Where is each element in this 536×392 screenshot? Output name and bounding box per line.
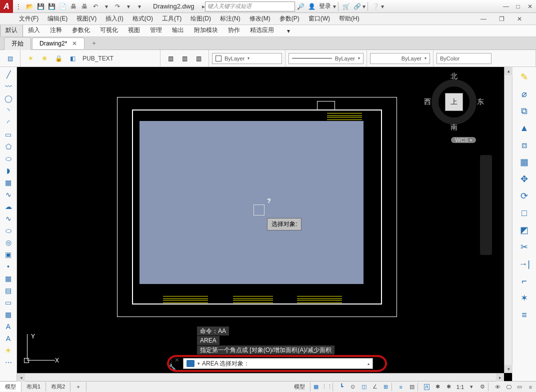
saveall-icon[interactable]: 💾 — [46, 1, 57, 12]
menu-file[interactable]: 文件(F) — [19, 14, 38, 23]
copy-icon[interactable]: ⧉ — [517, 104, 532, 118]
viewcube[interactable]: 上 北 南 西 东 — [424, 72, 484, 132]
transparency-icon[interactable]: ▧ — [406, 382, 418, 392]
plot-icon[interactable]: 🖶 — [68, 1, 79, 12]
snap-icon[interactable]: ⋮⋮ — [322, 382, 332, 392]
scale-icon[interactable]: □ — [517, 206, 532, 220]
arc-icon[interactable]: ◝ — [2, 105, 15, 116]
ribbon-tab-default[interactable]: 默认 — [0, 24, 23, 36]
region-icon[interactable]: ▭ — [2, 297, 15, 308]
layer-freeze-icon[interactable]: ❄ — [38, 52, 50, 64]
osnap-icon[interactable]: ◫ — [358, 382, 370, 392]
ribbon-tab-featured[interactable]: 精选应用 — [245, 24, 279, 36]
layers-stack-icon[interactable]: ▥ — [164, 52, 176, 64]
offset-icon[interactable]: ⧈ — [517, 138, 532, 152]
layout-tab-add[interactable]: ＋ — [70, 382, 86, 392]
erase-icon[interactable]: ⌀ — [517, 87, 532, 101]
menu-format[interactable]: 格式(O) — [132, 14, 153, 23]
otrack-icon[interactable]: ∠ — [370, 382, 380, 392]
doctab-start[interactable]: 开始 — [4, 37, 31, 50]
layer-panel-icon[interactable]: ▤ — [4, 52, 16, 64]
gradient-icon[interactable]: ▤ — [2, 285, 15, 296]
undo-icon[interactable]: ↶ — [90, 1, 101, 12]
layer-iso-icon[interactable]: ▥ — [192, 52, 204, 64]
menu-modify[interactable]: 修改(M) — [250, 14, 270, 23]
revcloud-icon[interactable]: ☁ — [2, 201, 15, 212]
ribbon-tab-view[interactable]: 视图 — [123, 24, 145, 36]
layout-tab-model[interactable]: 模型 — [0, 382, 22, 392]
doctab-drawing2[interactable]: Drawing2* ✕ — [32, 38, 84, 49]
menu-insert[interactable]: 插入(I) — [106, 14, 123, 23]
rotate-icon[interactable]: ⟳ — [517, 189, 532, 203]
spline-fit-icon[interactable]: ∿ — [2, 213, 15, 224]
hatch2-icon[interactable]: ▦ — [2, 273, 15, 284]
ribbon-tab-output[interactable]: 输出 — [167, 24, 189, 36]
ribbon-tab-parametric[interactable]: 参数化 — [67, 24, 95, 36]
close-button[interactable]: ✕ — [524, 0, 536, 12]
move-icon[interactable]: ✥ — [517, 172, 532, 186]
trim-icon[interactable]: ✂ — [517, 240, 532, 254]
scale-label[interactable]: 1:1 — [456, 384, 464, 390]
annotation-scale-icon[interactable]: 🄰 — [422, 382, 432, 392]
ribbon-tab-addins[interactable]: 附加模块 — [189, 24, 223, 36]
doctab-close-icon[interactable]: ✕ — [72, 40, 77, 47]
scrollbar-horizontal[interactable]: ◂ ▸ — [17, 373, 504, 381]
open-icon[interactable]: 📄 — [57, 1, 68, 12]
scale-dd-icon[interactable]: ▾ — [466, 382, 477, 392]
explode-icon[interactable]: ✶ — [517, 291, 532, 305]
cmd-history-icon[interactable]: ▴ — [368, 362, 370, 366]
arc2-icon[interactable]: ◜ — [2, 117, 15, 128]
menu-draw[interactable]: 绘图(D) — [190, 14, 211, 23]
cart-icon[interactable]: 🛒 — [340, 1, 352, 12]
share-icon[interactable]: ▾ — [134, 1, 145, 12]
plotstyle-select[interactable]: ByColor — [436, 53, 492, 64]
customize-icon[interactable]: ≡ — [525, 382, 536, 392]
navigation-bar[interactable] — [480, 155, 492, 255]
cmd-handle-icon[interactable]: ⋮✕ 🔧 — [168, 358, 182, 369]
text-icon[interactable]: A — [2, 321, 15, 332]
layer-name-select[interactable]: PUB_TEXT — [82, 55, 152, 62]
align-icon[interactable]: ≡ — [517, 308, 532, 322]
menu-view[interactable]: 视图(V) — [76, 14, 96, 23]
donut-icon[interactable]: ◎ — [2, 237, 15, 248]
ellipse-icon[interactable]: ⬭ — [2, 153, 15, 164]
ribbon-tab-visualize[interactable]: 可视化 — [95, 24, 123, 36]
layout-tab-1[interactable]: 布局1 — [22, 382, 46, 392]
scroll-down-icon[interactable]: ▾ — [504, 365, 512, 373]
more-icon[interactable]: ⋯ — [2, 357, 15, 368]
login-button[interactable]: 登录 — [319, 2, 331, 10]
search-icon[interactable]: 🔎 — [295, 1, 306, 12]
redo-dd-icon[interactable]: ▾ — [123, 1, 134, 12]
ellipse-arc-icon[interactable]: ◗ — [2, 165, 15, 176]
maximize-button[interactable]: □ — [512, 0, 524, 12]
wcs-badge[interactable]: WCS▾ — [451, 137, 476, 143]
scrollbar-vertical[interactable]: ▴ ▾ — [504, 67, 512, 373]
mtext-icon[interactable]: A — [2, 333, 15, 344]
line-icon[interactable]: ╱ — [2, 69, 15, 80]
annotation-vis-icon[interactable]: ✱ — [432, 382, 444, 392]
hardware-icon[interactable]: 🖵 — [503, 382, 514, 392]
hatch-icon[interactable]: ▦ — [2, 177, 15, 188]
ortho-icon[interactable]: ┗ — [336, 382, 348, 392]
ribbon-tab-insert[interactable]: 插入 — [23, 24, 45, 36]
ribbon-expand-icon[interactable]: ▾ — [282, 26, 295, 36]
layout-tab-2[interactable]: 布局2 — [46, 382, 70, 392]
mdi-restore-button[interactable]: ❐ — [497, 16, 506, 22]
isolate-icon[interactable]: 👁 — [492, 382, 503, 392]
ribbon-tab-manage[interactable]: 管理 — [145, 24, 167, 36]
array-icon[interactable]: ▦ — [517, 155, 532, 169]
fillet-icon[interactable]: ⌐ — [517, 274, 532, 288]
polyline-icon[interactable]: 〰 — [2, 81, 15, 92]
table-icon[interactable]: ▦ — [2, 309, 15, 320]
grip-icon[interactable]: ⋮ — [13, 1, 24, 12]
layer-on-icon[interactable]: ☀ — [24, 52, 36, 64]
minimize-button[interactable]: — — [500, 0, 512, 12]
block-icon[interactable]: ▣ — [2, 249, 15, 260]
clean-icon[interactable]: ▭ — [514, 382, 525, 392]
ellipse2-icon[interactable]: ⬭ — [2, 225, 15, 236]
layer-lock-icon[interactable]: 🔒 — [52, 52, 64, 64]
spline-icon[interactable]: ∿ — [2, 189, 15, 200]
grid-icon[interactable]: ▦ — [310, 382, 322, 392]
folder-open-icon[interactable]: 📂 — [24, 1, 35, 12]
menu-help[interactable]: 帮助(H) — [339, 14, 360, 23]
